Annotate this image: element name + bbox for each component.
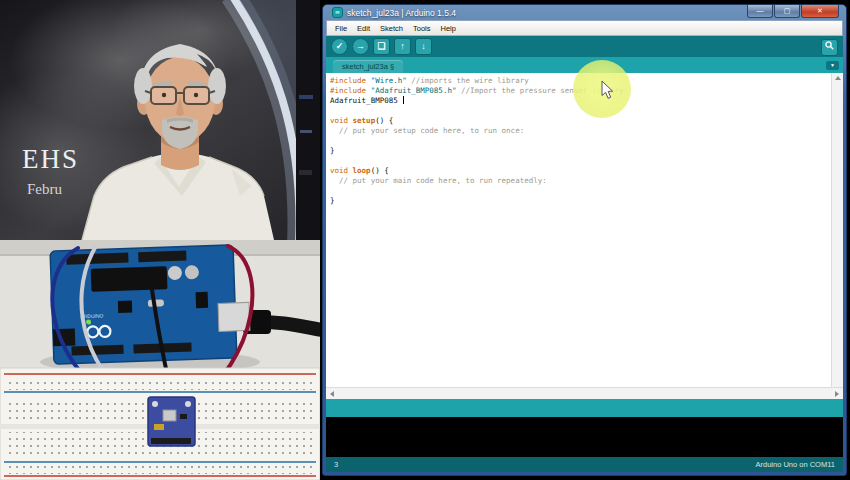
menu-help[interactable]: Help	[435, 22, 460, 35]
arduino-bench-photo: ARDUINO	[0, 240, 320, 480]
code-token: //imports the wire library	[407, 76, 529, 85]
upload-button[interactable]: →	[352, 38, 369, 55]
close-button[interactable]: ✕	[801, 5, 839, 18]
code-line	[330, 186, 831, 196]
open-sketch-button[interactable]: ↑	[394, 38, 411, 55]
code-line: }	[330, 146, 831, 156]
new-file-icon: ❏	[377, 41, 385, 51]
code-line	[330, 156, 831, 166]
status-board-port: Arduino Uno on COM11	[756, 460, 836, 469]
toolbar: ✓→❏↑↓	[326, 36, 843, 57]
code-token: setup	[353, 116, 376, 125]
save-sketch-button[interactable]: ↓	[415, 38, 432, 55]
message-strip	[326, 399, 843, 417]
code-token: "Wire.h"	[371, 76, 407, 85]
code-token: }	[330, 196, 335, 205]
serial-monitor-button[interactable]	[821, 39, 838, 56]
window-title: sketch_jul23a | Arduino 1.5.4	[347, 8, 456, 18]
code-token: #include	[330, 86, 371, 95]
code-line: void loop() {	[330, 166, 831, 176]
text-cursor	[403, 96, 404, 104]
code-token: void	[330, 116, 353, 125]
code-line: // put your main code here, to run repea…	[330, 176, 831, 186]
tab-sketch-jul23a[interactable]: sketch_jul23a §	[333, 60, 403, 73]
console-output	[326, 417, 843, 457]
status-bar: 3 Arduino Uno on COM11	[326, 457, 843, 472]
arrow-up-icon: ↑	[400, 41, 405, 51]
code-token: void	[330, 166, 353, 175]
new-sketch-button[interactable]: ❏	[373, 38, 390, 55]
editor-area: #include "Wire.h" //imports the wire lib…	[326, 73, 843, 387]
menu-file[interactable]: File	[330, 22, 352, 35]
arrow-down-icon: ↓	[421, 41, 426, 51]
check-icon: ✓	[336, 41, 344, 51]
menu-edit[interactable]: Edit	[352, 22, 375, 35]
code-token: "Adafruit_BMP085.h"	[371, 86, 457, 95]
bmp085-sensor-board	[148, 397, 195, 446]
poster-text-febru: Febru	[27, 181, 62, 197]
minimize-button[interactable]: —	[747, 5, 773, 18]
code-editor[interactable]: #include "Wire.h" //imports the wire lib…	[326, 73, 831, 387]
webcam-video: EHS Febru	[0, 0, 320, 240]
verify-button[interactable]: ✓	[331, 38, 348, 55]
menu-bar: FileEditSketchToolsHelp	[326, 20, 843, 36]
vertical-scrollbar[interactable]	[831, 73, 843, 387]
code-token: () {	[375, 116, 393, 125]
poster-text-ehs: EHS	[22, 144, 79, 174]
screen: EHS Febru	[0, 0, 850, 480]
code-line: void setup() {	[330, 116, 831, 126]
bench-illustration: ARDUINO	[0, 240, 320, 480]
tab-menu-button[interactable]: ▼	[826, 61, 839, 70]
window-controls: —▢✕	[746, 5, 839, 18]
webcam-illustration: EHS Febru	[0, 0, 320, 240]
arduino-app-icon: ∞	[332, 7, 343, 18]
menu-sketch[interactable]: Sketch	[375, 22, 408, 35]
maximize-button[interactable]: ▢	[774, 5, 800, 18]
window-titlebar[interactable]: ∞ sketch_jul23a | Arduino 1.5.4 —▢✕	[326, 5, 843, 20]
code-token: // put your setup code here, to run once…	[330, 126, 524, 135]
code-token: Adafruit_BMP085	[330, 96, 402, 105]
code-token: // put your main code here, to run repea…	[330, 176, 547, 185]
code-token: #include	[330, 76, 371, 85]
magnifier-icon	[825, 41, 834, 50]
menu-tools[interactable]: Tools	[408, 22, 436, 35]
status-line-number: 3	[334, 460, 338, 469]
code-line: // put your setup code here, to run once…	[330, 126, 831, 136]
code-token: () {	[371, 166, 389, 175]
horizontal-scrollbar[interactable]	[326, 387, 843, 399]
arrow-right-icon: →	[356, 41, 365, 51]
code-line	[330, 136, 831, 146]
mouse-cursor-icon	[601, 80, 615, 100]
code-token: }	[330, 146, 335, 155]
code-token: loop	[353, 166, 371, 175]
code-line: }	[330, 196, 831, 206]
